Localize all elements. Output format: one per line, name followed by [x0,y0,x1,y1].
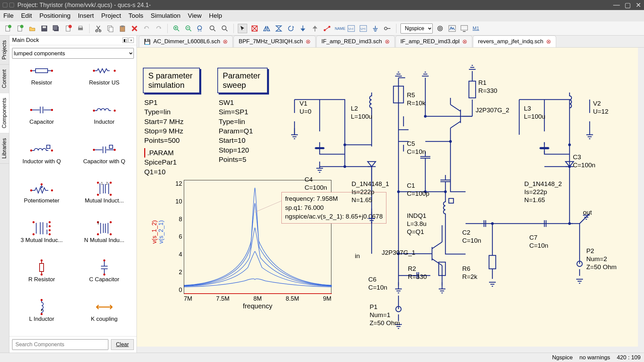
new-file-icon[interactable] [3,24,13,33]
clear-button[interactable]: Clear [111,339,134,350]
label-j1[interactable]: J2P307G_1 [382,249,415,257]
label-r6[interactable]: R6 R=2k [462,265,477,281]
menu-tools[interactable]: Tools [128,12,143,19]
port-icon[interactable]: U+I [359,24,368,33]
comp-inductor-q[interactable]: Inductor with Q [12,143,71,176]
rotate-icon[interactable] [286,24,296,33]
delete-icon[interactable] [130,24,139,33]
comp-mutual-induct[interactable]: 12Mutual Induct... [75,182,134,215]
move-down-icon[interactable] [298,24,308,33]
print-icon[interactable] [76,24,85,33]
deactivate-icon[interactable] [250,24,259,33]
label-r5[interactable]: R5 R=10k [407,91,425,107]
copy-icon[interactable] [106,24,115,33]
menu-simulation[interactable]: Simulation [151,12,180,19]
schematic-canvas[interactable]: S parameter simulation SP1 Type=lin Star… [137,48,644,353]
tab-libraries[interactable]: Libraries [0,133,9,164]
comp-c-capacitor[interactable]: C Capacitor [75,261,134,294]
save-icon[interactable] [40,24,49,33]
label-c3[interactable]: C3 C=100n [573,153,595,169]
maximize-button[interactable]: ▢ [625,1,631,9]
close-doc-icon[interactable] [64,24,73,33]
label-p1[interactable]: P1 Num=1 Z=50 Ohm [370,303,400,327]
dock-float-icon[interactable]: ◧ [122,38,128,43]
comp-capacitor-q[interactable]: Capacitor with Q [75,143,134,176]
paste-icon[interactable] [118,24,127,33]
close-button[interactable]: ✕ [636,1,641,9]
comp-3-mutual[interactable]: 3 Mutual Induc... [12,222,71,255]
label-d2[interactable]: D_1N4148_2 Is=222p N=1.65 [524,180,562,204]
comp-resistor-us[interactable]: Resistor US [75,64,134,97]
ground-icon[interactable] [371,24,380,33]
label-l2[interactable]: L2 L=100u [351,105,372,121]
vscrollbar[interactable] [638,48,644,347]
save-all-icon[interactable] [52,24,61,33]
comp-r-resistor[interactable]: R Resistor [12,261,71,294]
undo-icon[interactable] [142,24,151,33]
menu-help[interactable]: Help [209,12,222,19]
node-icon[interactable] [383,24,392,33]
label-r1[interactable]: R1 R=330 [478,79,497,95]
simulate-icon[interactable] [447,24,457,33]
mirror-v-icon[interactable] [274,24,283,33]
label-r2[interactable]: R2 R=330 [408,265,427,281]
comp-capacitor[interactable]: Capacitor [12,103,71,136]
select-icon[interactable] [238,24,247,33]
comp-n-mutual[interactable]: 1N Mutual Indu... [75,222,134,255]
close-icon[interactable]: ⊗ [462,38,467,45]
gear-icon[interactable] [435,24,445,33]
menu-edit[interactable]: Edit [21,12,32,19]
tab-if-amp-dpl[interactable]: IF_amp_RED_imd3.dpl⊗ [395,36,473,47]
menu-file[interactable]: File [3,12,14,19]
redo-icon[interactable] [154,24,163,33]
dock-close-icon[interactable]: × [128,38,134,43]
label-c4[interactable]: C4 C=100n [305,176,327,192]
comp-inductor[interactable]: Inductor [75,103,134,136]
marker-icon[interactable]: M1 [472,24,481,33]
tab-revers-amp[interactable]: revers_amp_jfet_indq.sch⊗ [473,36,556,47]
label-in[interactable]: in [355,252,360,260]
close-icon[interactable]: ⊗ [546,38,551,45]
comp-k-coupling[interactable]: K coupling [75,300,134,334]
zoom-in-icon[interactable] [172,24,181,33]
zoom-sel-icon[interactable] [220,24,229,33]
label-d1[interactable]: D_1N4148_1 Is=222p N=1.65 [352,180,389,204]
equation-icon[interactable]: U=I [346,24,356,33]
label-c2[interactable]: C2 C=10n [462,229,481,245]
comp-l-inductor[interactable]: L Inductor [12,300,71,334]
tab-ac-dimmer[interactable]: 💾AC_Dimmer_L6008L6.sch⊗ [139,36,233,47]
label-l3[interactable]: L3 L=100u [524,105,545,121]
zoom-11-icon[interactable]: 1:1 [196,24,205,33]
minimize-button[interactable]: — [613,1,620,9]
menu-insert[interactable]: Insert [78,12,94,19]
tab-bpf[interactable]: BPF_7MHz_UR3IQH.sch⊗ [233,36,316,47]
menu-project[interactable]: Project [101,12,121,19]
label-icon[interactable]: NAME [334,24,344,33]
close-icon[interactable]: ⊗ [385,38,390,45]
label-v1[interactable]: V1 U=0 [300,100,311,116]
label-out[interactable]: out [583,208,592,217]
tab-projects[interactable]: Projects [0,36,9,65]
label-c7[interactable]: C7 C=10n [529,234,548,250]
wire-icon[interactable] [322,24,332,33]
menu-view[interactable]: View [188,12,202,19]
label-indq1[interactable]: INDQ1 L=3.8u Q=Q1 [407,212,427,236]
search-input[interactable] [12,339,108,350]
label-j2[interactable]: J2P307G_2 [476,106,509,114]
cut-icon[interactable] [94,24,103,33]
zoom-out-icon[interactable] [184,24,193,33]
tab-if-amp-sch[interactable]: IF_amp_RED_imd3.sch⊗ [316,36,394,47]
display-icon[interactable] [460,24,469,33]
close-icon[interactable]: ⊗ [306,38,311,45]
zoom-fit-icon[interactable] [208,24,217,33]
hscrollbar[interactable] [137,347,644,353]
mirror-icon[interactable] [262,24,271,33]
simulator-select[interactable]: Ngspice [400,23,433,34]
label-p2[interactable]: P2 Num=2 Z=50 Ohm [586,247,616,271]
comp-resistor[interactable]: Resistor [12,64,71,97]
label-c5[interactable]: C5 C=10n [407,140,426,156]
new-textfile-icon[interactable] [15,24,25,33]
label-v2[interactable]: V2 U=12 [593,100,608,116]
component-category-select[interactable]: lumped components [12,48,134,59]
close-icon[interactable]: ⊗ [223,38,228,45]
